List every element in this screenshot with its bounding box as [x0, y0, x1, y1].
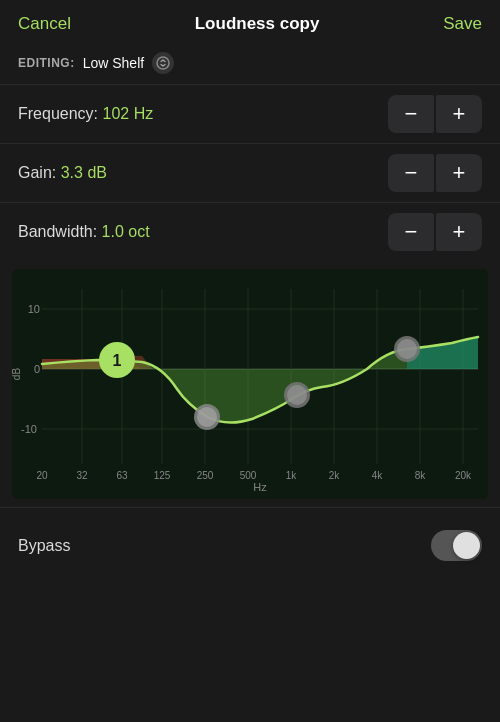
svg-text:-10: -10	[21, 423, 37, 435]
save-button[interactable]: Save	[443, 14, 482, 34]
svg-text:20: 20	[36, 470, 48, 481]
bandwidth-decrease-button[interactable]: −	[388, 213, 434, 251]
frequency-label: Frequency:	[18, 105, 102, 122]
bandwidth-controls: − +	[388, 213, 482, 251]
gain-decrease-button[interactable]: −	[388, 154, 434, 192]
svg-text:1k: 1k	[286, 470, 298, 481]
cancel-button[interactable]: Cancel	[18, 14, 71, 34]
frequency-increase-button[interactable]: +	[436, 95, 482, 133]
gain-value: 3.3 dB	[61, 164, 107, 181]
svg-text:32: 32	[76, 470, 88, 481]
svg-text:500: 500	[240, 470, 257, 481]
bandwidth-label: Bandwidth:	[18, 223, 102, 240]
param-row-frequency: Frequency: 102 Hz − +	[0, 84, 500, 143]
bandwidth-increase-button[interactable]: +	[436, 213, 482, 251]
svg-text:Hz: Hz	[253, 481, 267, 493]
eq-chart[interactable]: 1 10 0 -10 dB 20 32 63 125 250 500 1k 2k…	[12, 269, 488, 499]
svg-point-20	[287, 385, 307, 405]
param-row-bandwidth: Bandwidth: 1.0 oct − +	[0, 202, 500, 261]
bypass-toggle[interactable]	[431, 530, 482, 561]
param-row-gain: Gain: 3.3 dB − +	[0, 143, 500, 202]
toggle-knob	[453, 532, 480, 559]
svg-text:4k: 4k	[372, 470, 384, 481]
bandwidth-value: 1.0 oct	[102, 223, 150, 240]
svg-text:125: 125	[154, 470, 171, 481]
gain-controls: − +	[388, 154, 482, 192]
frequency-controls: − +	[388, 95, 482, 133]
svg-text:250: 250	[197, 470, 214, 481]
svg-text:63: 63	[116, 470, 128, 481]
editing-value: Low Shelf	[83, 55, 144, 71]
svg-point-18	[197, 407, 217, 427]
editing-icon-button[interactable]	[152, 52, 174, 74]
app-header: Cancel Loudness copy Save	[0, 0, 500, 46]
svg-text:20k: 20k	[455, 470, 472, 481]
svg-point-22	[397, 339, 417, 359]
svg-text:0: 0	[34, 363, 40, 375]
gain-label: Gain:	[18, 164, 61, 181]
svg-text:8k: 8k	[415, 470, 427, 481]
frequency-decrease-button[interactable]: −	[388, 95, 434, 133]
svg-text:2k: 2k	[329, 470, 341, 481]
svg-point-0	[157, 57, 169, 69]
svg-text:10: 10	[28, 303, 40, 315]
svg-text:dB: dB	[12, 368, 22, 381]
bypass-label: Bypass	[18, 537, 70, 555]
editing-bar: EDITING: Low Shelf	[0, 46, 500, 84]
bypass-row: Bypass	[0, 507, 500, 583]
frequency-value: 102 Hz	[102, 105, 153, 122]
editing-label: EDITING:	[18, 56, 75, 70]
svg-text:1: 1	[113, 352, 122, 369]
header-title: Loudness copy	[195, 14, 320, 34]
gain-increase-button[interactable]: +	[436, 154, 482, 192]
